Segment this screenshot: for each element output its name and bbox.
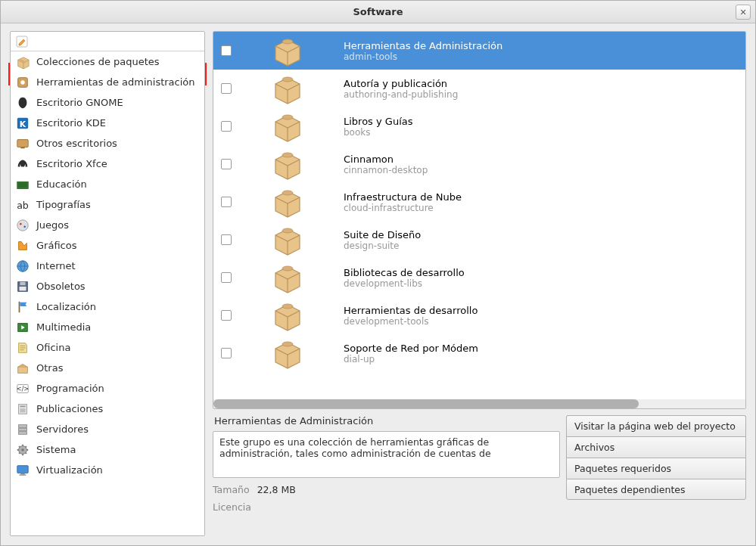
edit-icon <box>15 35 29 48</box>
xfce-icon <box>15 157 30 172</box>
category-item[interactable]: Juegos <box>11 215 204 235</box>
package-list[interactable]: Herramientas de Administración admin-too… <box>213 32 745 408</box>
package-row[interactable]: Autoría y publicación authoring-and-publ… <box>213 70 745 107</box>
category-list[interactable]: Colecciones de paquetesHerramientas de a… <box>11 51 204 535</box>
publishing-icon <box>15 402 30 417</box>
category-item[interactable]: Escritorio GNOME <box>11 92 204 113</box>
category-item[interactable]: Oficina <box>11 337 204 358</box>
package-icon <box>242 299 333 332</box>
category-item[interactable]: Colecciones de paquetes <box>11 51 204 72</box>
horizontal-scrollbar[interactable] <box>213 399 745 408</box>
category-item[interactable]: Virtualización <box>11 460 204 480</box>
category-item[interactable]: Escritorio Xfce <box>11 154 204 174</box>
category-item[interactable]: Sistema <box>11 439 204 460</box>
package-row[interactable]: Infraestructura de Nube cloud-infrastruc… <box>213 183 745 221</box>
package-icon <box>242 147 333 181</box>
size-value: 22,8 MB <box>257 484 296 495</box>
category-label: Gráficos <box>36 240 76 251</box>
category-label: Escritorio KDE <box>36 117 106 129</box>
category-item[interactable]: Localización <box>11 296 204 317</box>
package-id: admin-tools <box>344 51 502 62</box>
package-text: Autoría y publicación authoring-and-publ… <box>344 78 458 100</box>
package-title: Bibliotecas de desarrollo <box>344 267 465 278</box>
sidebar-filter[interactable] <box>11 32 204 51</box>
category-label: Internet <box>36 260 76 271</box>
close-button[interactable]: ✕ <box>736 5 751 20</box>
package-row[interactable]: Libros y Guías books <box>213 107 745 145</box>
package-checkbox[interactable] <box>221 310 232 321</box>
size-label: Tamaño <box>213 484 250 495</box>
detail-action-button[interactable]: Visitar la página web del proyecto <box>566 415 746 436</box>
package-text: Herramientas de Administración admin-too… <box>344 40 502 62</box>
system-icon <box>15 442 30 458</box>
locale-icon <box>15 299 30 315</box>
category-item[interactable]: Tipografías <box>11 194 204 215</box>
software-window: Software ✕ Colecciones de paquetesHerram… <box>0 0 756 546</box>
package-checkbox[interactable] <box>221 348 232 358</box>
package-icon <box>15 54 30 70</box>
category-item[interactable]: Herramientas de administración <box>11 72 204 92</box>
package-checkbox[interactable] <box>221 197 232 207</box>
titlebar: Software ✕ <box>1 1 755 23</box>
category-item[interactable]: Gráficos <box>11 235 204 256</box>
package-checkbox[interactable] <box>221 159 232 169</box>
category-label: Oficina <box>36 342 70 353</box>
detail-title: Herramientas de Administración <box>214 415 560 427</box>
category-label: Sistema <box>36 444 76 455</box>
education-icon <box>15 177 30 192</box>
virtual-icon <box>15 463 30 478</box>
package-checkbox[interactable] <box>221 83 232 94</box>
package-checkbox[interactable] <box>221 45 232 56</box>
category-item[interactable]: Otras <box>11 358 204 378</box>
category-label: Otros escritorios <box>36 138 117 149</box>
package-checkbox[interactable] <box>221 121 232 132</box>
package-id: cinnamon-desktop <box>344 165 428 175</box>
admin-icon <box>15 75 30 90</box>
package-text: Cinnamon cinnamon-desktop <box>344 154 428 175</box>
category-item[interactable]: Servidores <box>11 419 204 439</box>
category-item[interactable]: Publicaciones <box>11 399 204 419</box>
obsolete-icon <box>15 279 30 294</box>
package-text: Infraestructura de Nube cloud-infrastruc… <box>344 191 462 213</box>
package-icon <box>242 337 333 370</box>
package-text: Soporte de Red por Módem dial-up <box>344 343 478 365</box>
category-item[interactable]: Otros escritorios <box>11 133 204 154</box>
detail-action-button[interactable]: Paquetes requeridos <box>566 458 746 479</box>
package-title: Cinnamon <box>344 154 428 165</box>
package-id: development-tools <box>344 316 478 327</box>
category-item[interactable]: Educación <box>11 174 204 194</box>
detail-action-button[interactable]: Archivos <box>566 436 746 458</box>
package-text: Suite de Diseño design-suite <box>344 229 421 251</box>
category-item[interactable]: Programación <box>11 378 204 399</box>
desktop-icon <box>15 136 30 151</box>
package-row[interactable]: Herramientas de Administración admin-too… <box>213 32 745 70</box>
category-item[interactable]: Internet <box>11 256 204 276</box>
main-pane: Herramientas de Administración admin-too… <box>213 31 746 536</box>
detail-action-button[interactable]: Paquetes dependientes <box>566 479 746 500</box>
category-label: Obsoletos <box>36 281 86 292</box>
scrollbar-thumb[interactable] <box>213 399 639 408</box>
package-icon <box>242 72 333 105</box>
detail-pane: Herramientas de Administración Este grup… <box>213 415 746 536</box>
package-checkbox[interactable] <box>221 272 232 283</box>
package-title: Soporte de Red por Módem <box>344 343 478 354</box>
package-icon <box>242 110 333 143</box>
package-row[interactable]: Herramientas de desarrollo development-t… <box>213 296 745 334</box>
package-row[interactable]: Cinnamon cinnamon-desktop <box>213 145 745 183</box>
package-title: Herramientas de desarrollo <box>344 305 478 316</box>
category-item[interactable]: Escritorio KDE <box>11 113 204 133</box>
package-title: Autoría y publicación <box>344 78 458 89</box>
package-icon <box>242 223 333 256</box>
category-label: Educación <box>36 178 87 190</box>
category-item[interactable]: Multimedia <box>11 317 204 337</box>
package-row[interactable]: Soporte de Red por Módem dial-up <box>213 334 745 372</box>
category-label: Programación <box>36 383 104 394</box>
package-row[interactable]: Suite de Diseño design-suite <box>213 221 745 259</box>
package-id: books <box>344 127 413 138</box>
category-label: Multimedia <box>36 321 91 333</box>
category-item[interactable]: Obsoletos <box>11 276 204 296</box>
category-label: Localización <box>36 301 96 312</box>
package-checkbox[interactable] <box>221 234 232 245</box>
package-row[interactable]: Bibliotecas de desarrollo development-li… <box>213 259 745 296</box>
package-icon <box>242 261 333 294</box>
